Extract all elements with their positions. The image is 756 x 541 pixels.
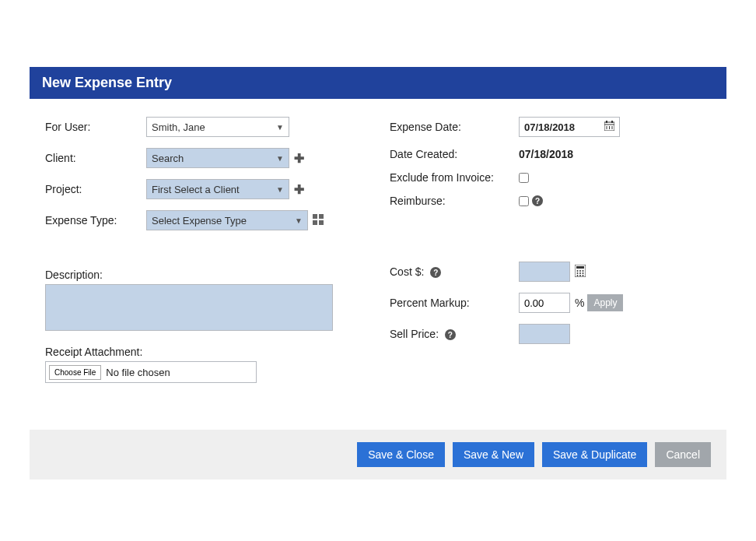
client-select[interactable]: Search ▼: [146, 148, 289, 168]
description-label: Description:: [45, 269, 366, 281]
svg-rect-12: [576, 266, 584, 269]
chevron-down-icon: ▼: [276, 123, 284, 132]
date-created-value: 07/18/2018: [519, 148, 573, 160]
chevron-down-icon: ▼: [295, 216, 303, 225]
right-column: Expense Date: 07/18/2018 Date Created: 0…: [390, 113, 711, 383]
percent-markup-input[interactable]: [519, 293, 570, 313]
cancel-button[interactable]: Cancel: [655, 442, 711, 467]
chevron-down-icon: ▼: [276, 185, 284, 194]
add-client-icon[interactable]: ✚: [294, 151, 304, 166]
client-label: Client:: [45, 152, 146, 164]
save-close-button[interactable]: Save & Close: [357, 442, 445, 467]
svg-point-21: [583, 275, 584, 276]
svg-point-17: [579, 272, 581, 274]
expense-entry-dialog: New Expense Entry For User: Smith, Jane …: [30, 67, 726, 480]
sell-price-input[interactable]: [519, 324, 570, 344]
cost-label: Cost $: ?: [390, 265, 519, 279]
client-value: Search: [152, 153, 184, 164]
expense-date-value: 07/18/2018: [524, 121, 575, 133]
expense-type-label: Expense Type:: [45, 214, 146, 227]
help-icon[interactable]: ?: [445, 329, 456, 340]
exclude-invoice-checkbox[interactable]: [519, 173, 529, 183]
svg-point-13: [577, 270, 579, 272]
project-select[interactable]: First Select a Client ▼: [146, 179, 289, 199]
sell-price-label: Sell Price: ?: [390, 328, 519, 341]
help-icon[interactable]: ?: [430, 267, 441, 278]
exclude-invoice-label: Exclude from Invoice:: [390, 171, 519, 184]
expense-date-label: Expense Date:: [390, 121, 519, 133]
svg-point-20: [579, 275, 581, 276]
file-input-wrapper: Choose File No file chosen: [45, 361, 257, 383]
expense-type-value: Select Expense Type: [152, 215, 247, 227]
reimburse-label: Reimburse:: [390, 195, 519, 207]
svg-rect-6: [606, 121, 607, 123]
svg-point-16: [577, 272, 579, 274]
svg-rect-1: [319, 214, 324, 219]
project-value: First Select a Client: [152, 184, 240, 195]
expense-date-input[interactable]: 07/18/2018: [519, 117, 620, 137]
description-textarea[interactable]: [45, 284, 333, 331]
dialog-title: New Expense Entry: [30, 67, 726, 99]
svg-point-18: [583, 272, 584, 274]
dialog-footer: Save & Close Save & New Save & Duplicate…: [30, 430, 726, 480]
for-user-value: Smith, Jane: [152, 121, 205, 133]
calculator-icon[interactable]: [575, 265, 586, 279]
percent-symbol: %: [575, 297, 584, 309]
percent-markup-label: Percent Markup:: [390, 297, 519, 309]
save-duplicate-button[interactable]: Save & Duplicate: [542, 442, 647, 467]
for-user-select[interactable]: Smith, Jane ▼: [146, 117, 289, 137]
cost-input[interactable]: [519, 262, 570, 282]
reimburse-checkbox[interactable]: [519, 196, 529, 206]
choose-file-button[interactable]: Choose File: [49, 365, 101, 380]
svg-point-15: [583, 270, 584, 272]
left-column: For User: Smith, Jane ▼ Client: Search ▼…: [45, 113, 366, 383]
chevron-down-icon: ▼: [276, 154, 284, 163]
expense-type-select[interactable]: Select Expense Type ▼: [146, 210, 308, 230]
for-user-label: For User:: [45, 121, 146, 133]
help-icon[interactable]: ?: [532, 195, 543, 206]
receipt-attachment-label: Receipt Attachment:: [45, 346, 366, 358]
save-new-button[interactable]: Save & New: [453, 442, 534, 467]
svg-point-19: [577, 275, 579, 276]
add-project-icon[interactable]: ✚: [294, 182, 304, 197]
apply-button[interactable]: Apply: [587, 294, 623, 311]
file-chosen-text: No file chosen: [106, 367, 170, 378]
svg-point-14: [579, 270, 581, 272]
date-created-label: Date Created:: [390, 148, 519, 160]
svg-rect-3: [319, 220, 324, 225]
svg-rect-2: [313, 220, 317, 225]
svg-rect-7: [611, 121, 613, 123]
svg-rect-0: [313, 214, 317, 219]
calendar-icon[interactable]: [604, 121, 614, 133]
project-label: Project:: [45, 183, 146, 195]
expense-type-lookup-icon[interactable]: [313, 214, 324, 227]
